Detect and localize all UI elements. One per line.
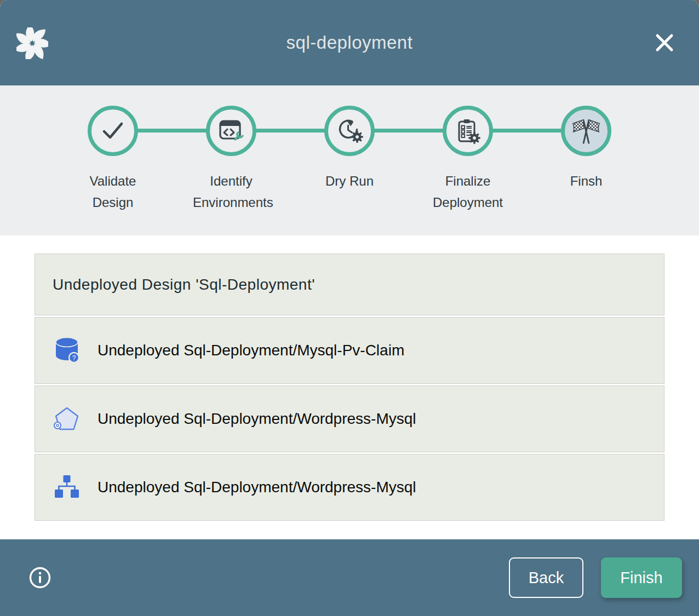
- step-finalize-deployment: Finalize Deployment: [409, 106, 527, 213]
- sql-deployment-dialog: sql-deployment Validate Design: [0, 0, 699, 616]
- results-header-text: Undeployed Design 'Sql-Deployment': [53, 276, 315, 293]
- step-finish: Finsh: [527, 106, 645, 213]
- database-icon: ?: [54, 337, 80, 364]
- step-label: Finsh: [548, 170, 624, 192]
- code-wrench-icon[interactable]: [206, 106, 256, 156]
- step-label: Validate Design: [75, 170, 151, 213]
- wizard-stepper: Validate Design Identify Envi: [0, 85, 699, 235]
- check-icon[interactable]: [88, 106, 138, 156]
- list-item: Undeployed Sql-Deployment/Wordpress-Mysq…: [35, 385, 664, 452]
- step-dry-run: Dry Run: [290, 106, 409, 213]
- dialog-footer: Back Finish: [0, 539, 699, 616]
- step-label: Identify Environments: [193, 170, 270, 213]
- results-header-row: Undeployed Design 'Sql-Deployment': [35, 254, 664, 315]
- results-list: Undeployed Design 'Sql-Deployment' ? Und…: [35, 254, 664, 521]
- dialog-titlebar: sql-deployment: [0, 0, 699, 85]
- finish-button[interactable]: Finish: [601, 557, 682, 598]
- list-item-text: Undeployed Sql-Deployment/Mysql-Pv-Claim: [98, 342, 404, 359]
- step-identify-environments: Identify Environments: [172, 106, 290, 213]
- list-item-text: Undeployed Sql-Deployment/Wordpress-Mysq…: [98, 410, 416, 428]
- dialog-title: sql-deployment: [0, 32, 699, 53]
- history-gear-icon[interactable]: [324, 106, 375, 156]
- list-item: ? Undeployed Sql-Deployment/Mysql-Pv-Cla…: [35, 317, 664, 384]
- info-icon[interactable]: [28, 566, 51, 589]
- hierarchy-icon: [54, 474, 80, 501]
- step-label: Dry Run: [311, 170, 388, 192]
- back-button[interactable]: Back: [509, 557, 583, 598]
- clipboard-gear-icon[interactable]: [443, 106, 493, 156]
- deployment-results: Undeployed Design 'Sql-Deployment' ? Und…: [0, 235, 699, 539]
- step-label: Finalize Deployment: [429, 170, 506, 213]
- checkered-flags-icon[interactable]: [561, 106, 611, 156]
- list-item-text: Undeployed Sql-Deployment/Wordpress-Mysq…: [98, 479, 416, 496]
- pentagon-icon: [54, 405, 80, 433]
- svg-text:?: ?: [72, 354, 76, 362]
- meshery-logo-icon: [16, 27, 48, 59]
- step-validate-design: Validate Design: [54, 106, 172, 213]
- close-icon[interactable]: [653, 31, 676, 54]
- list-item: Undeployed Sql-Deployment/Wordpress-Mysq…: [35, 454, 664, 521]
